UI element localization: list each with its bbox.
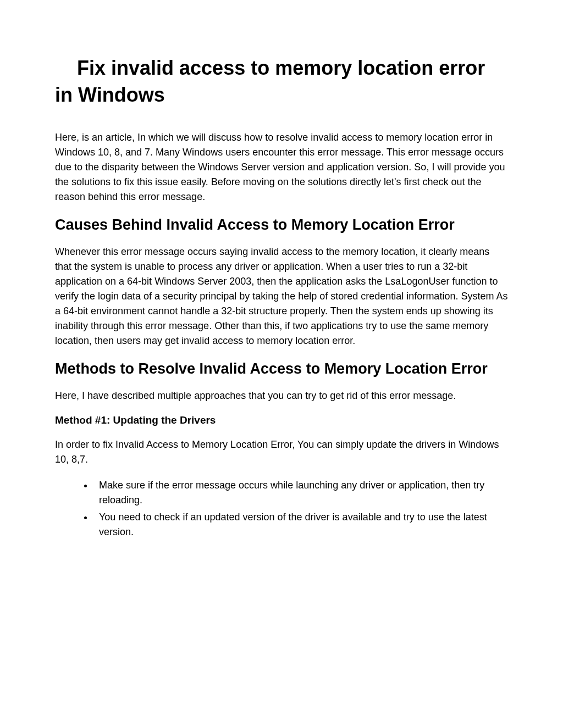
intro-paragraph: Here, is an article, In which we will di… (55, 130, 508, 204)
methods-heading: Methods to Resolve Invalid Access to Mem… (55, 359, 508, 379)
list-item: Make sure if the error message occurs wh… (93, 478, 508, 508)
method1-heading: Method #1: Updating the Drivers (55, 414, 508, 426)
method1-list: Make sure if the error message occurs wh… (55, 478, 508, 540)
method1-intro-paragraph: In order to fix Invalid Access to Memory… (55, 437, 508, 467)
causes-paragraph: Whenever this error message occurs sayin… (55, 244, 508, 348)
list-item: You need to check if an updated version … (93, 510, 508, 540)
page-title: Fix invalid access to memory location er… (55, 55, 508, 108)
methods-intro-paragraph: Here, I have described multiple approach… (55, 388, 508, 403)
causes-heading: Causes Behind Invalid Access to Memory L… (55, 215, 508, 235)
